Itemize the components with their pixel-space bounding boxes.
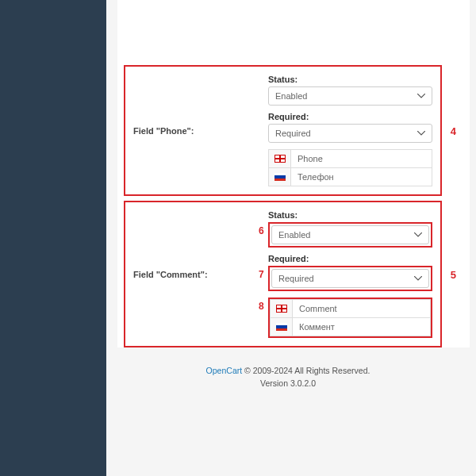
translation-row-ru — [270, 318, 431, 336]
field-comment-label: Field "Comment": — [133, 210, 268, 338]
translation-input-en[interactable] — [291, 150, 432, 167]
footer: OpenCart © 2009-2024 All Rights Reserved… — [106, 365, 470, 390]
annotation-box-6: 6 Enabled — [268, 222, 432, 248]
flag-en-icon — [276, 305, 287, 313]
status-select[interactable]: Enabled — [268, 86, 432, 106]
required-label: Required: — [268, 254, 432, 263]
translation-row-en — [270, 299, 431, 318]
required-label: Required: — [268, 112, 432, 121]
status-label: Status: — [268, 210, 432, 220]
annotation-box-7: 7 Required — [268, 266, 432, 291]
translation-input-en[interactable] — [293, 300, 430, 317]
field-comment-section: 5 Field "Comment": Status: 6 Enabled Req — [124, 201, 442, 347]
status-select[interactable]: Enabled — [271, 225, 429, 244]
annotation-box-8: 8 — [268, 298, 432, 338]
required-select[interactable]: Required — [271, 269, 429, 288]
required-select[interactable]: Required — [268, 124, 432, 143]
annotation-6: 6 — [259, 225, 264, 236]
translation-row-en — [268, 149, 432, 168]
main-content: 4 Field "Phone": Status: Enabled Require… — [106, 0, 476, 476]
flag-en-icon — [274, 155, 286, 163]
annotation-8: 8 — [259, 301, 264, 312]
translation-row-ru — [268, 168, 432, 186]
flag-ru-icon — [276, 323, 287, 331]
annotation-7: 7 — [259, 269, 264, 280]
version-text: Version 3.0.2.0 — [106, 378, 470, 390]
copyright-text: © 2009-2024 All Rights Reserved. — [242, 366, 370, 375]
translation-input-ru[interactable] — [291, 168, 432, 186]
field-phone-label: Field "Phone": — [133, 75, 268, 186]
status-label: Status: — [268, 75, 432, 84]
opencart-link[interactable]: OpenCart — [206, 366, 243, 375]
admin-sidebar — [0, 0, 106, 476]
translation-input-ru[interactable] — [293, 318, 430, 336]
flag-ru-icon — [274, 173, 286, 181]
annotation-5: 5 — [451, 268, 456, 280]
field-phone-section: 4 Field "Phone": Status: Enabled Require… — [124, 65, 442, 196]
annotation-4: 4 — [451, 125, 456, 136]
